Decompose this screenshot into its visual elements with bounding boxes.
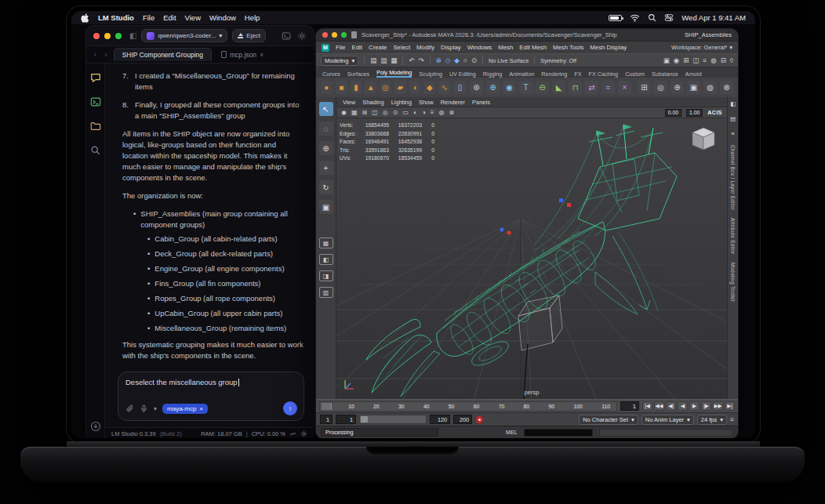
go-to-end-button[interactable]: ▶| xyxy=(725,401,735,411)
tab-attribute-editor[interactable]: Attribute Editor xyxy=(730,218,736,254)
next-key-button[interactable]: ▶▶ xyxy=(713,401,723,411)
tab-ship-component-grouping[interactable]: SHIP Component Grouping xyxy=(114,48,212,61)
poly-torus-icon[interactable]: ◎ xyxy=(380,81,391,94)
image-plane-icon[interactable]: ◎ xyxy=(383,110,388,116)
make-live-icon[interactable]: ⊙ xyxy=(471,57,477,64)
select-tool-icon[interactable]: ↖ xyxy=(319,102,333,116)
smooth-icon[interactable]: ≈ xyxy=(601,81,615,94)
maya-logo-icon[interactable]: M xyxy=(322,44,329,52)
menu-select[interactable]: Select xyxy=(393,44,410,51)
tab-mcp-json[interactable]: mcp.json × xyxy=(216,51,268,59)
menu-mesh-display[interactable]: Mesh Display xyxy=(590,44,627,51)
anim-layer-selector[interactable]: No Anim Layer ▾ xyxy=(641,415,694,425)
range-slider-track[interactable] xyxy=(359,415,427,424)
hypershade-icon[interactable]: ◫ xyxy=(692,57,699,64)
playhead[interactable] xyxy=(322,403,332,410)
multi-cut-icon[interactable]: × xyxy=(618,81,631,94)
view-cube[interactable] xyxy=(689,125,718,154)
send-button[interactable]: ↑ xyxy=(283,401,297,415)
lasso-tool-icon[interactable]: ◌ xyxy=(319,121,333,136)
attach-paperclip-icon[interactable] xyxy=(125,404,134,413)
shelf-tab-arnold[interactable]: Arnold xyxy=(685,71,702,78)
mcp-tag[interactable]: maya-mcp × xyxy=(162,404,208,414)
nav-back-icon[interactable]: ‹ xyxy=(93,50,98,59)
timeline-ruler[interactable]: 0 10 20 30 40 50 60 70 80 90 100 110 xyxy=(319,401,617,412)
panel-menu-lighting[interactable]: Lighting xyxy=(391,99,412,106)
zoom-window-button[interactable] xyxy=(341,32,347,38)
playback-end-field[interactable]: 120 xyxy=(430,415,450,424)
menubar-item-file[interactable]: File xyxy=(143,13,154,22)
new-scene-icon[interactable]: ▤ xyxy=(370,57,376,64)
layout-four-pane-icon[interactable]: ▥ xyxy=(319,287,333,298)
poly-helix-icon[interactable]: ∿ xyxy=(438,81,450,94)
poly-cube-icon[interactable]: ■ xyxy=(336,81,347,94)
symmetry-label[interactable]: Symmetry: Off xyxy=(540,57,576,64)
poly-soccer-icon[interactable]: ⊕ xyxy=(486,81,500,94)
step-forward-button[interactable]: |▶ xyxy=(701,401,711,411)
layout-single-pane-icon[interactable]: ▦ xyxy=(319,237,333,248)
shelf-tab-surfaces[interactable]: Surfaces xyxy=(347,71,369,78)
menu-create[interactable]: Create xyxy=(369,44,387,51)
menu-edit-mesh[interactable]: Edit Mesh xyxy=(519,44,547,51)
settings-gear-icon[interactable] xyxy=(297,31,307,41)
shelf-tab-rendering[interactable]: Rendering xyxy=(541,71,567,78)
poly-text-icon[interactable]: T xyxy=(519,81,532,94)
sidebar-toggle-icon[interactable]: ◧ xyxy=(129,32,136,40)
render-settings-icon[interactable]: ⊞ xyxy=(683,57,689,64)
chat-transcript[interactable]: 7. I created a “Miscellaneous_Group” for… xyxy=(105,63,314,367)
character-set-selector[interactable]: No Character Set ▾ xyxy=(579,415,638,425)
ipr-render-icon[interactable]: ◉ xyxy=(674,57,679,64)
paint-effects-icon[interactable]: ◊ xyxy=(730,57,733,64)
menubar-item-window[interactable]: Window xyxy=(209,13,236,22)
shelf-tab-animation[interactable]: Animation xyxy=(509,71,534,78)
menubar-app-name[interactable]: LM Studio xyxy=(98,13,134,22)
snap-to-curve-icon[interactable]: ◇ xyxy=(445,57,451,64)
control-center-icon[interactable] xyxy=(664,13,674,22)
shadows-icon[interactable]: ◑ xyxy=(422,110,426,116)
bookmark-icon[interactable]: ◫ xyxy=(372,110,378,116)
workspace-selector[interactable]: Workspace: General* ▾ xyxy=(671,44,732,51)
platonic-solid-icon[interactable]: ◆ xyxy=(423,81,435,94)
superellipse-icon[interactable]: ◉ xyxy=(503,81,516,94)
live-surface-label[interactable]: No Live Surface xyxy=(489,57,529,64)
step-back-button[interactable]: ◀| xyxy=(666,401,676,411)
snap-to-point-icon[interactable]: ◆ xyxy=(454,57,460,64)
select-camera-icon[interactable]: ◉ xyxy=(341,110,347,116)
play-backwards-button[interactable]: ◀ xyxy=(678,401,688,411)
bevel-icon[interactable]: ◣ xyxy=(552,81,565,94)
close-window-button[interactable] xyxy=(93,33,100,39)
layout-side-pane-icon[interactable]: ◨ xyxy=(319,270,333,281)
poly-disc-icon[interactable]: ◖ xyxy=(409,81,421,94)
toolbox-icon[interactable]: ≡ xyxy=(703,57,707,64)
remove-tag-icon[interactable]: × xyxy=(199,405,203,412)
menu-windows[interactable]: Windows xyxy=(467,44,492,51)
shelf-tab-uv-editing[interactable]: UV Editing xyxy=(449,71,476,78)
apple-logo-icon[interactable] xyxy=(81,13,89,23)
poly-cone-icon[interactable]: ▲ xyxy=(365,81,376,94)
snap-to-view-icon[interactable]: ○ xyxy=(463,57,467,64)
command-line-input[interactable] xyxy=(524,429,593,437)
shelf-tab-sculpting[interactable]: Sculpting xyxy=(419,71,442,78)
microphone-icon[interactable] xyxy=(140,404,148,413)
panel-menu-renderer[interactable]: Renderer xyxy=(441,99,465,106)
menu-set-selector[interactable]: Modeling ▾ xyxy=(321,56,358,66)
chat-input[interactable]: Deselect the miscellaneous group ▾ maya-… xyxy=(118,372,304,421)
downloads-icon[interactable] xyxy=(89,420,101,432)
status-gear-icon[interactable] xyxy=(300,430,307,437)
minimize-window-button[interactable] xyxy=(332,32,337,38)
mel-toggle[interactable]: MEL xyxy=(506,429,518,436)
play-button[interactable]: ▶ xyxy=(689,401,700,411)
mic-chevron-icon[interactable]: ▾ xyxy=(154,405,157,412)
wireframe-on-shaded-icon[interactable]: ⊗ xyxy=(449,110,454,116)
menu-mesh-tools[interactable]: Mesh Tools xyxy=(553,44,583,51)
mirror-icon[interactable]: ⇄ xyxy=(585,81,598,94)
boolean-icon[interactable]: ⊖ xyxy=(536,81,549,94)
menu-file[interactable]: File xyxy=(336,44,346,51)
snap-to-grid-icon[interactable]: ⊕ xyxy=(436,57,442,64)
quad-draw-icon[interactable]: ⊞ xyxy=(638,81,651,94)
menu-display[interactable]: Display xyxy=(441,44,461,51)
target-weld-icon[interactable]: ◎ xyxy=(654,81,667,94)
search-icon[interactable] xyxy=(648,13,656,22)
poly-cylinder-icon[interactable]: ▮ xyxy=(351,81,362,94)
poly-sphere-icon[interactable]: ● xyxy=(321,81,333,94)
